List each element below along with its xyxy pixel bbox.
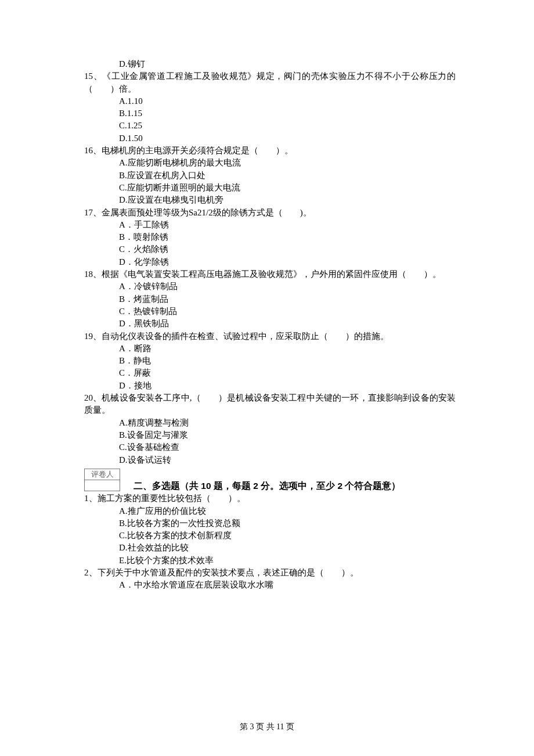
q15-option-a: A.1.10 xyxy=(84,95,456,107)
grader-empty-cell xyxy=(85,480,120,491)
mq1-text: 1、施工方案的重要性比较包括（ ）。 xyxy=(84,492,456,505)
q16-option-b: B.应设置在机房入口处 xyxy=(84,170,456,182)
q19-option-d: D．接地 xyxy=(84,380,456,392)
q18-option-d: D．黑铁制品 xyxy=(84,318,456,330)
q16-text: 16、电梯机房的主电源开关必须符合规定是（ ）。 xyxy=(84,145,456,157)
grader-label-cell: 评卷人 xyxy=(85,469,120,480)
q15-text: 15、《工业金属管道工程施工及验收规范》规定，阀门的壳体实验压力不得不小于公称压… xyxy=(84,70,456,95)
q20-option-d: D.设备试运转 xyxy=(84,454,456,466)
mq2-option-a: A．中水给水管道应在底层装设取水水嘴 xyxy=(84,579,456,591)
q16-option-d: D.应设置在电梯曳引电机旁 xyxy=(84,194,456,206)
q20-option-b: B.设备固定与灌浆 xyxy=(84,429,456,441)
grader-box: 评卷人 xyxy=(84,469,120,491)
q18-text: 18、根据《电气装置安装工程高压电器施工及验收规范》，户外用的紧固件应使用（ ）… xyxy=(84,268,456,280)
q18-option-c: C．热镀锌制品 xyxy=(84,305,456,318)
q16-option-c: C.应能切断井道照明的最大电流 xyxy=(84,182,456,194)
mq1-option-d: D.社会效益的比较 xyxy=(84,542,456,554)
section-2-title: 二、多选题（共 10 题，每题 2 分。选项中，至少 2 个符合题意） xyxy=(134,480,456,492)
q20-option-a: A.精度调整与检测 xyxy=(84,417,456,429)
mq1-option-c: C.比较各方案的技术创新程度 xyxy=(84,530,456,542)
q18-option-a: A．冷镀锌制品 xyxy=(84,280,456,293)
page-footer: 第 3 页 共 11 页 xyxy=(0,721,534,733)
mq1-option-b: B.比较各方案的一次性投资总额 xyxy=(84,517,456,530)
mq1-option-a: A.推广应用的价值比较 xyxy=(84,505,456,517)
q16-option-a: A.应能切断电梯机房的最大电流 xyxy=(84,157,456,169)
q20-text: 20、机械设备安装各工序中,（ ）是机械设备安装工程中关键的一环，直接影响到设备… xyxy=(84,392,456,417)
q19-option-a: A．断路 xyxy=(84,343,456,355)
q19-option-c: C．屏蔽 xyxy=(84,367,456,379)
q19-text: 19、自动化仪表设备的插件在检查、试验过程中，应采取防止（ ）的措施。 xyxy=(84,330,456,343)
q17-option-a: A．手工除锈 xyxy=(84,219,456,231)
q15-option-b: B.1.15 xyxy=(84,107,456,120)
mq2-text: 2、下列关于中水管道及配件的安装技术要点，表述正确的是（ ）。 xyxy=(84,567,456,579)
q17-option-d: D．化学除锈 xyxy=(84,256,456,268)
q19-option-b: B．静电 xyxy=(84,355,456,367)
q14-option-d: D.铆钉 xyxy=(84,58,456,70)
q17-option-c: C．火焰除锈 xyxy=(84,243,456,255)
q17-text: 17、金属表面预处理等级为Sa21/2级的除锈方式是（ )。 xyxy=(84,207,456,219)
q15-option-d: D.1.50 xyxy=(84,132,456,145)
q15-option-c: C.1.25 xyxy=(84,120,456,132)
q20-option-c: C.设备基础检查 xyxy=(84,441,456,453)
mq1-option-e: E.比较个方案的技术效率 xyxy=(84,555,456,567)
q18-option-b: B．烤蓝制品 xyxy=(84,293,456,305)
page-container: D.铆钉 15、《工业金属管道工程施工及验收规范》规定，阀门的壳体实验压力不得不… xyxy=(0,0,534,756)
q17-option-b: B．喷射除锈 xyxy=(84,231,456,243)
